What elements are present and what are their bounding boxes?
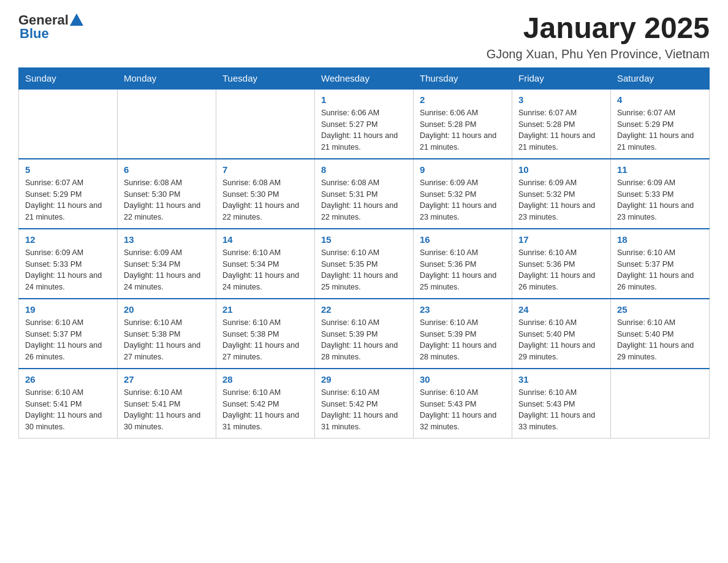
logo-triangle-icon [70,13,83,26]
calendar-cell: 2Sunrise: 6:06 AM Sunset: 5:28 PM Daylig… [414,89,512,159]
calendar-cell: 17Sunrise: 6:10 AM Sunset: 5:36 PM Dayli… [512,229,611,299]
day-number: 21 [222,304,308,315]
day-number: 31 [518,374,604,385]
title-block: January 2025 GJong Xuan, Phu Yen Provinc… [487,12,710,61]
day-info: Sunrise: 6:07 AM Sunset: 5:28 PM Dayligh… [518,107,604,153]
calendar-cell [611,369,710,439]
day-number: 17 [518,234,604,245]
calendar-table: SundayMondayTuesdayWednesdayThursdayFrid… [18,67,710,439]
calendar-cell: 8Sunrise: 6:08 AM Sunset: 5:31 PM Daylig… [315,159,414,229]
day-info: Sunrise: 6:10 AM Sunset: 5:38 PM Dayligh… [222,317,308,363]
month-title: January 2025 [487,12,710,45]
day-info: Sunrise: 6:07 AM Sunset: 5:29 PM Dayligh… [617,107,703,153]
day-info: Sunrise: 6:10 AM Sunset: 5:41 PM Dayligh… [25,387,111,433]
calendar-cell: 26Sunrise: 6:10 AM Sunset: 5:41 PM Dayli… [19,369,118,439]
calendar-cell [118,89,216,159]
day-number: 25 [617,304,703,315]
calendar-cell [216,89,315,159]
day-number: 15 [321,234,407,245]
calendar-cell: 19Sunrise: 6:10 AM Sunset: 5:37 PM Dayli… [19,299,118,369]
day-info: Sunrise: 6:09 AM Sunset: 5:32 PM Dayligh… [420,177,506,223]
calendar-cell: 1Sunrise: 6:06 AM Sunset: 5:27 PM Daylig… [315,89,414,159]
logo: General Blue [18,12,83,42]
day-number: 18 [617,234,703,245]
day-number: 1 [321,94,407,105]
svg-marker-0 [70,13,83,26]
day-info: Sunrise: 6:10 AM Sunset: 5:39 PM Dayligh… [420,317,506,363]
day-info: Sunrise: 6:10 AM Sunset: 5:41 PM Dayligh… [124,387,210,433]
calendar-cell: 6Sunrise: 6:08 AM Sunset: 5:30 PM Daylig… [118,159,216,229]
day-info: Sunrise: 6:09 AM Sunset: 5:33 PM Dayligh… [617,177,703,223]
day-info: Sunrise: 6:10 AM Sunset: 5:40 PM Dayligh… [617,317,703,363]
calendar-cell: 9Sunrise: 6:09 AM Sunset: 5:32 PM Daylig… [414,159,512,229]
day-info: Sunrise: 6:10 AM Sunset: 5:43 PM Dayligh… [420,387,506,433]
day-info: Sunrise: 6:10 AM Sunset: 5:43 PM Dayligh… [518,387,604,433]
calendar-cell: 5Sunrise: 6:07 AM Sunset: 5:29 PM Daylig… [19,159,118,229]
day-info: Sunrise: 6:10 AM Sunset: 5:36 PM Dayligh… [420,247,506,293]
calendar-cell: 18Sunrise: 6:10 AM Sunset: 5:37 PM Dayli… [611,229,710,299]
day-info: Sunrise: 6:10 AM Sunset: 5:42 PM Dayligh… [222,387,308,433]
calendar-header-wednesday: Wednesday [315,67,414,89]
day-number: 6 [124,164,210,175]
day-number: 20 [124,304,210,315]
day-number: 8 [321,164,407,175]
page-header: General Blue January 2025 GJong Xuan, Ph… [18,12,710,61]
day-info: Sunrise: 6:09 AM Sunset: 5:33 PM Dayligh… [25,247,111,293]
day-info: Sunrise: 6:06 AM Sunset: 5:27 PM Dayligh… [321,107,407,153]
day-number: 3 [518,94,604,105]
calendar-header-monday: Monday [118,67,216,89]
day-number: 26 [25,374,111,385]
day-info: Sunrise: 6:10 AM Sunset: 5:37 PM Dayligh… [25,317,111,363]
day-number: 12 [25,234,111,245]
calendar-cell: 14Sunrise: 6:10 AM Sunset: 5:34 PM Dayli… [216,229,315,299]
day-info: Sunrise: 6:06 AM Sunset: 5:28 PM Dayligh… [420,107,506,153]
calendar-cell: 11Sunrise: 6:09 AM Sunset: 5:33 PM Dayli… [611,159,710,229]
calendar-cell: 22Sunrise: 6:10 AM Sunset: 5:39 PM Dayli… [315,299,414,369]
calendar-cell: 29Sunrise: 6:10 AM Sunset: 5:42 PM Dayli… [315,369,414,439]
calendar-cell: 28Sunrise: 6:10 AM Sunset: 5:42 PM Dayli… [216,369,315,439]
day-number: 2 [420,94,506,105]
calendar-header-tuesday: Tuesday [216,67,315,89]
calendar-cell: 31Sunrise: 6:10 AM Sunset: 5:43 PM Dayli… [512,369,611,439]
week-row-1: 1Sunrise: 6:06 AM Sunset: 5:27 PM Daylig… [19,89,710,159]
calendar-cell: 20Sunrise: 6:10 AM Sunset: 5:38 PM Dayli… [118,299,216,369]
day-info: Sunrise: 6:10 AM Sunset: 5:35 PM Dayligh… [321,247,407,293]
calendar-header-saturday: Saturday [611,67,710,89]
location-title: GJong Xuan, Phu Yen Province, Vietnam [487,47,710,61]
day-number: 7 [222,164,308,175]
calendar-cell: 10Sunrise: 6:09 AM Sunset: 5:32 PM Dayli… [512,159,611,229]
calendar-cell: 30Sunrise: 6:10 AM Sunset: 5:43 PM Dayli… [414,369,512,439]
calendar-header-thursday: Thursday [414,67,512,89]
day-number: 9 [420,164,506,175]
day-number: 5 [25,164,111,175]
day-number: 16 [420,234,506,245]
calendar-cell: 3Sunrise: 6:07 AM Sunset: 5:28 PM Daylig… [512,89,611,159]
calendar-header-row: SundayMondayTuesdayWednesdayThursdayFrid… [19,67,710,89]
day-number: 13 [124,234,210,245]
day-number: 19 [25,304,111,315]
day-info: Sunrise: 6:08 AM Sunset: 5:31 PM Dayligh… [321,177,407,223]
day-info: Sunrise: 6:09 AM Sunset: 5:34 PM Dayligh… [124,247,210,293]
day-info: Sunrise: 6:10 AM Sunset: 5:34 PM Dayligh… [222,247,308,293]
day-number: 28 [222,374,308,385]
week-row-3: 12Sunrise: 6:09 AM Sunset: 5:33 PM Dayli… [19,229,710,299]
day-info: Sunrise: 6:10 AM Sunset: 5:38 PM Dayligh… [124,317,210,363]
calendar-cell: 13Sunrise: 6:09 AM Sunset: 5:34 PM Dayli… [118,229,216,299]
calendar-cell: 21Sunrise: 6:10 AM Sunset: 5:38 PM Dayli… [216,299,315,369]
calendar-cell: 7Sunrise: 6:08 AM Sunset: 5:30 PM Daylig… [216,159,315,229]
day-number: 11 [617,164,703,175]
day-number: 23 [420,304,506,315]
day-number: 27 [124,374,210,385]
day-number: 29 [321,374,407,385]
calendar-cell: 4Sunrise: 6:07 AM Sunset: 5:29 PM Daylig… [611,89,710,159]
calendar-cell: 24Sunrise: 6:10 AM Sunset: 5:40 PM Dayli… [512,299,611,369]
calendar-header-sunday: Sunday [19,67,118,89]
week-row-4: 19Sunrise: 6:10 AM Sunset: 5:37 PM Dayli… [19,299,710,369]
calendar-cell: 23Sunrise: 6:10 AM Sunset: 5:39 PM Dayli… [414,299,512,369]
day-number: 4 [617,94,703,105]
calendar-cell: 12Sunrise: 6:09 AM Sunset: 5:33 PM Dayli… [19,229,118,299]
calendar-cell: 25Sunrise: 6:10 AM Sunset: 5:40 PM Dayli… [611,299,710,369]
day-info: Sunrise: 6:10 AM Sunset: 5:36 PM Dayligh… [518,247,604,293]
day-info: Sunrise: 6:10 AM Sunset: 5:40 PM Dayligh… [518,317,604,363]
calendar-cell: 16Sunrise: 6:10 AM Sunset: 5:36 PM Dayli… [414,229,512,299]
